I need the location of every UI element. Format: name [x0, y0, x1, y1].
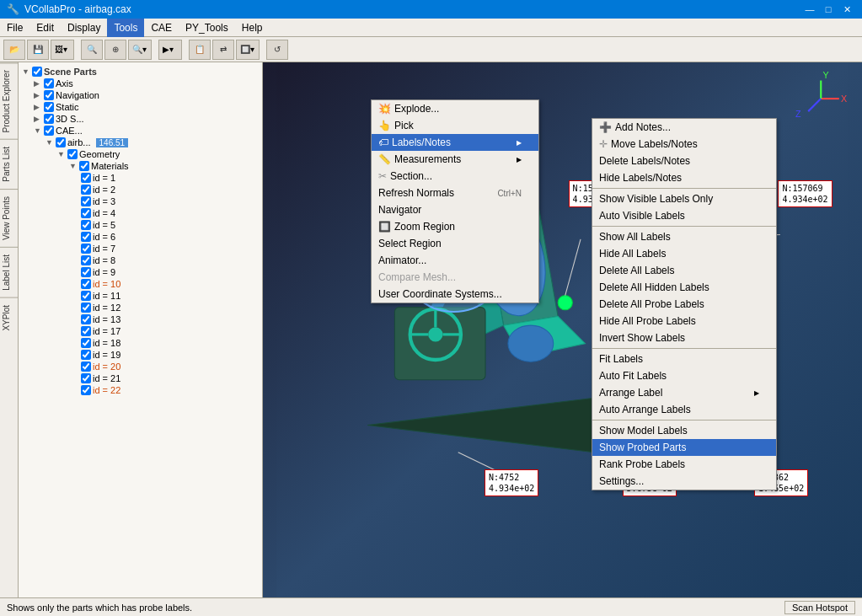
menu-file[interactable]: File [0, 19, 29, 37]
titlebar: 🔧 VCollabPro - airbag.cax — □ ✕ [0, 0, 862, 19]
submenu-show-all-labels[interactable]: Show All Labels [592, 228, 776, 245]
checkbox-axis[interactable] [44, 78, 54, 88]
checkbox-cae[interactable] [44, 126, 54, 136]
submenu-auto-visible[interactable]: Auto Visible Labels [592, 207, 776, 224]
minimize-button[interactable]: — [801, 3, 818, 16]
expand-root[interactable]: ▼ [22, 67, 30, 76]
submenu-move-labels[interactable]: ✛Move Labels/Notes [592, 136, 776, 153]
tab-view-points[interactable]: View Points [0, 189, 19, 247]
tree-label-airbag[interactable]: airb... [67, 137, 91, 147]
menu-edit[interactable]: Edit [29, 19, 61, 37]
maximize-button[interactable]: □ [820, 3, 837, 16]
labels-submenu: ➕Add Notes... ✛Move Labels/Notes Delete … [592, 118, 777, 490]
checkbox-navigation[interactable] [44, 90, 54, 100]
tree-label-static[interactable]: Static [56, 102, 79, 112]
toolbar-copy[interactable]: 📋 [189, 40, 211, 60]
titlebar-controls[interactable]: — □ ✕ [801, 3, 855, 16]
tree-item-cae: ▼ CAE... [34, 125, 259, 137]
menu-item-animator[interactable]: Animator... [372, 252, 538, 269]
menu-tools[interactable]: Tools [107, 19, 144, 37]
submenu-settings[interactable]: Settings... [592, 473, 776, 490]
menu-py-tools[interactable]: PY_Tools [179, 19, 235, 37]
toolbar-refresh[interactable]: ↺ [266, 40, 288, 60]
checkbox-3ds[interactable] [44, 114, 54, 124]
tree-label-navigation[interactable]: Navigation [56, 90, 99, 100]
sep2 [592, 226, 776, 227]
checkbox-airbag[interactable] [56, 137, 66, 147]
tree-item-materials: ▼ Materials [69, 160, 259, 172]
tab-label-list[interactable]: Label List [0, 247, 19, 297]
status-message: Shows only the parts which has probe lab… [7, 603, 192, 613]
toolbar-play-dropdown[interactable]: ▶▾ [158, 40, 182, 60]
toolbar-open[interactable]: 📂 [3, 40, 25, 60]
menu-item-explode[interactable]: 💥Explode... [372, 100, 538, 117]
close-button[interactable]: ✕ [838, 3, 855, 16]
checkbox-scene[interactable] [32, 67, 42, 77]
submenu-show-model-labels[interactable]: Show Model Labels [592, 422, 776, 439]
submenu-hide-all-probe[interactable]: Hide All Probe Labels [592, 313, 776, 329]
menu-item-labels-notes[interactable]: 🏷Labels/Notes ▶ [372, 134, 538, 151]
sep1 [592, 188, 776, 189]
tab-xyplot[interactable]: XYPlot [0, 297, 19, 338]
checkbox-static[interactable] [44, 102, 54, 112]
menu-item-navigator[interactable]: Navigator [372, 201, 538, 218]
menu-item-select-region[interactable]: Select Region [372, 235, 538, 252]
menu-display[interactable]: Display [61, 19, 107, 37]
checkbox-geometry[interactable] [67, 149, 78, 159]
menu-item-section[interactable]: ✂Section... [372, 168, 538, 185]
submenu-delete-labels-notes[interactable]: Delete Labels/Notes [592, 153, 776, 169]
tree-label-materials[interactable]: Materials [91, 161, 129, 171]
tree-item-3ds: ▶ 3D S... [34, 113, 259, 125]
menu-item-refresh-normals[interactable]: Refresh Normals Ctrl+N [372, 185, 538, 201]
submenu-add-notes[interactable]: ➕Add Notes... [592, 119, 776, 136]
submenu-auto-arrange-labels[interactable]: Auto Arrange Labels [592, 401, 776, 418]
list-item: id = 17 [81, 325, 259, 337]
toolbar-save[interactable]: 💾 [27, 40, 49, 60]
tree-root-label[interactable]: Scene Parts [44, 67, 97, 77]
tree-item-static: ▶ Static [34, 101, 259, 113]
submenu-delete-all-probe[interactable]: Delete All Probe Labels [592, 296, 776, 313]
tree-root: ▼ Scene Parts [22, 66, 259, 78]
tree-label-axis[interactable]: Axis [56, 78, 73, 88]
tree-item-geometry: ▼ Geometry [57, 148, 259, 160]
tree-label-cae[interactable]: CAE... [56, 126, 83, 136]
tree-item-axis: ▶ Axis [34, 78, 259, 89]
toolbar-view2-dropdown[interactable]: 🔲▾ [236, 40, 260, 60]
submenu-hide-labels-notes[interactable]: Hide Labels/Notes [592, 169, 776, 186]
submenu-invert-show-labels[interactable]: Invert Show Labels [592, 329, 776, 346]
submenu-fit-labels[interactable]: Fit Labels [592, 351, 776, 367]
checkbox-materials[interactable] [79, 161, 89, 171]
toolbar-zoom-fit[interactable]: ⊕ [104, 40, 126, 60]
menu-cae[interactable]: CAE [144, 19, 179, 37]
tab-parts-list[interactable]: Parts List [0, 139, 19, 189]
canvas-area[interactable]: X Y Z N:1570784.934e+02 N:49232.113e+02 … [263, 62, 862, 597]
tab-product-explorer[interactable]: Product Explorer [0, 62, 19, 139]
svg-text:Z: Z [795, 109, 801, 119]
submenu-show-probed-parts[interactable]: Show Probed Parts [592, 439, 776, 456]
submenu-hide-all-labels[interactable]: Hide All Labels [592, 245, 776, 262]
menu-item-pick[interactable]: 👆Pick [372, 117, 538, 134]
submenu-delete-all-hidden[interactable]: Delete All Hidden Labels [592, 279, 776, 296]
toolbar-view-dropdown[interactable]: 🖼▾ [51, 40, 74, 60]
toolbar-zoom-in[interactable]: 🔍 [81, 40, 103, 60]
menu-item-compare-mesh: Compare Mesh... [372, 269, 538, 286]
submenu-delete-all-labels[interactable]: Delete All Labels [592, 262, 776, 279]
submenu-show-visible-only[interactable]: Show Visible Labels Only [592, 190, 776, 207]
product-tree-panel: ▼ Scene Parts ▶ Axis ▶ Navigation ▶ Stat… [19, 62, 263, 597]
menu-item-user-coord[interactable]: User Coordinate Systems... [372, 286, 538, 303]
app-icon: 🔧 [7, 3, 19, 15]
toolbar-pan[interactable]: ⇄ [212, 40, 234, 60]
submenu-rank-probe-labels[interactable]: Rank Probe Labels [592, 456, 776, 473]
scan-hotspot-button[interactable]: Scan Hotspot [784, 601, 855, 614]
toolbar: 📂 💾 🖼▾ 🔍 ⊕ 🔍▾ ▶▾ 📋 ⇄ 🔲▾ ↺ [0, 37, 862, 62]
menu-item-zoom-region[interactable]: 🔲Zoom Region [372, 218, 538, 235]
sep4 [592, 420, 776, 420]
submenu-arrange-label[interactable]: Arrange Label ▶ [592, 384, 776, 401]
toolbar-zoom-dropdown[interactable]: 🔍▾ [128, 40, 152, 60]
tree-label-geometry[interactable]: Geometry [79, 149, 120, 159]
menu-item-measurements[interactable]: 📏Measurements ▶ [372, 151, 538, 168]
submenu-auto-fit-labels[interactable]: Auto Fit Labels [592, 367, 776, 384]
menu-help[interactable]: Help [235, 19, 270, 37]
tree-label-3ds[interactable]: 3D S... [56, 114, 84, 124]
list-item: id = 10 [81, 278, 259, 290]
